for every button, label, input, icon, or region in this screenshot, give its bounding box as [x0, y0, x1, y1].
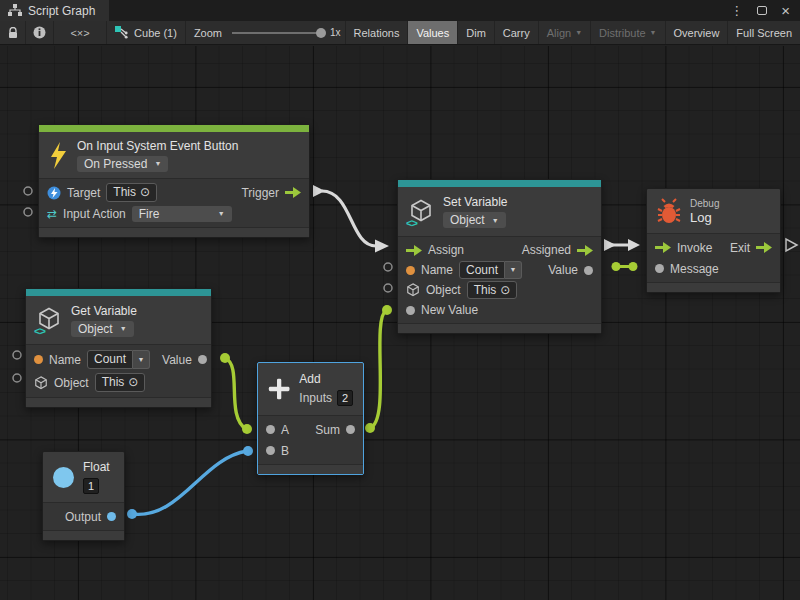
flow-arrowhead[interactable]	[604, 239, 616, 251]
wire-endpoint[interactable]	[242, 424, 252, 434]
maximize-icon[interactable]	[757, 6, 767, 15]
inputs-count-field[interactable]: 2	[337, 390, 353, 406]
tab-script-graph[interactable]: Script Graph	[0, 0, 109, 21]
node-category: Debug	[690, 198, 719, 209]
toolbar-button-relations[interactable]: Relations	[345, 21, 409, 44]
port-hollow[interactable]	[13, 374, 21, 382]
chevron-down-icon[interactable]: ▼	[505, 261, 522, 279]
event-state-dropdown[interactable]: On Pressed ▼	[77, 156, 168, 172]
variable-colorbar	[398, 180, 601, 187]
wire-endpoint[interactable]	[629, 262, 638, 271]
cube-icon	[406, 283, 420, 297]
input-action-dropdown[interactable]: Fire ▼	[132, 206, 232, 222]
port-hollow[interactable]	[384, 284, 392, 292]
flow-out-port[interactable]	[756, 242, 772, 253]
node-on-input-system-event-button[interactable]: On Input System Event Button On Pressed …	[38, 124, 310, 238]
flow-arrowhead[interactable]	[628, 239, 640, 251]
wire-float-addB[interactable]	[132, 451, 247, 514]
variable-name-dropdown[interactable]: Count ▼	[459, 261, 522, 279]
wire-endpoint[interactable]	[382, 305, 392, 315]
toolbar-button-distribute[interactable]: Distribute▼	[591, 21, 665, 44]
object-field[interactable]: This ⊙	[95, 373, 146, 391]
kebab-menu-icon[interactable]: ⋮	[730, 4, 743, 17]
graph-target-label: Cube (1)	[134, 27, 177, 39]
chevron-down-icon[interactable]: ▼	[133, 350, 150, 368]
variable-cube-icon: <>	[36, 307, 62, 333]
flow-in-port[interactable]	[655, 242, 671, 253]
port-hollow[interactable]	[24, 208, 32, 216]
graph-canvas[interactable]: On Input System Event Button On Pressed …	[0, 46, 800, 600]
node-footer	[647, 282, 780, 292]
wire-sum-newvalue[interactable]	[370, 310, 386, 428]
lock-button[interactable]	[0, 21, 26, 44]
wire-endpoint[interactable]	[243, 446, 253, 456]
object-picker-icon[interactable]: ⊙	[500, 283, 510, 297]
graph-target-icon	[115, 26, 128, 39]
variable-kind-dropdown[interactable]: Object ▼	[443, 212, 506, 228]
output-port[interactable]	[107, 512, 116, 521]
wire-endpoint[interactable]	[612, 262, 621, 271]
flow-out-port[interactable]	[577, 245, 593, 256]
toolbar-button-carry[interactable]: Carry	[495, 21, 539, 44]
variable-kind-dropdown[interactable]: Object ▼	[71, 321, 134, 337]
variable-colorbar	[26, 289, 211, 296]
name-port[interactable]	[34, 355, 43, 364]
lock-icon	[8, 27, 18, 39]
port-hollow[interactable]	[384, 263, 392, 271]
node-set-variable[interactable]: <> Set Variable Object ▼ Assign Assigned	[397, 179, 602, 334]
port-row-name: Name Count ▼ Value	[26, 348, 211, 371]
node-add[interactable]: Add Inputs 2 A Sum B	[257, 362, 364, 475]
flow-in-arrowhead[interactable]	[375, 240, 389, 253]
flow-in-port[interactable]	[406, 245, 422, 256]
node-title: Log	[690, 210, 712, 225]
zoom-slider[interactable]	[232, 32, 324, 34]
swap-arrows-icon: ⇄	[47, 208, 57, 220]
port-hollow[interactable]	[13, 351, 21, 359]
toolbar-button-align[interactable]: Align▼	[539, 21, 591, 44]
zoom-slider-handle[interactable]	[316, 28, 326, 38]
toolbar-button-dim[interactable]: Dim	[458, 21, 495, 44]
sum-port[interactable]	[346, 425, 355, 434]
flow-out-port[interactable]	[285, 187, 301, 198]
inspect-button[interactable]	[26, 21, 54, 44]
code-icon: <×>	[70, 27, 89, 39]
flow-out-arrowhead[interactable]	[313, 185, 325, 197]
node-debug-log[interactable]: Debug Log Invoke Exit Message	[646, 188, 781, 293]
value-out-port[interactable]	[198, 355, 207, 364]
node-get-variable[interactable]: <> Get Variable Object ▼ Name Count ▼ Va…	[25, 288, 212, 408]
chevron-down-icon: ▼	[120, 325, 127, 332]
new-value-port[interactable]	[406, 306, 415, 315]
title-bar: Script Graph ⋮ ×	[0, 0, 800, 21]
object-picker-icon[interactable]: ⊙	[140, 185, 150, 199]
port-hollow[interactable]	[24, 187, 32, 195]
port-row-target: Target This ⊙ Trigger	[39, 182, 309, 203]
variable-name-dropdown[interactable]: Count ▼	[87, 350, 150, 368]
chevron-down-icon: ▼	[650, 29, 657, 36]
chevron-down-icon: ▼	[154, 160, 161, 167]
wire-getvalue-addA[interactable]	[225, 358, 246, 429]
wire-endpoint[interactable]	[220, 353, 230, 363]
code-preview-button[interactable]: <×>	[54, 21, 107, 44]
wire-endpoint[interactable]	[127, 509, 137, 519]
input-action-asset-icon	[47, 186, 61, 200]
close-icon[interactable]: ×	[781, 3, 790, 18]
toolbar-button-values[interactable]: Values	[408, 21, 458, 44]
toolbar-button-overview[interactable]: Overview	[666, 21, 729, 44]
port-flow-hollow[interactable]	[786, 239, 797, 251]
target-object-field[interactable]: This ⊙	[106, 183, 157, 201]
object-picker-icon[interactable]: ⊙	[128, 375, 138, 389]
zoom-value: 1x	[330, 27, 341, 38]
name-port[interactable]	[406, 266, 415, 275]
a-port[interactable]	[266, 425, 275, 434]
wire-trigger-assign[interactable]	[322, 191, 376, 246]
float-value-field[interactable]: 1	[83, 478, 99, 494]
message-port[interactable]	[655, 264, 664, 273]
b-port[interactable]	[266, 446, 275, 455]
object-field[interactable]: This ⊙	[467, 281, 518, 299]
wire-endpoint[interactable]	[365, 423, 375, 433]
value-out-port[interactable]	[584, 266, 593, 275]
toolbar-button-fullscreen[interactable]: Full Screen	[728, 21, 800, 44]
node-float-literal[interactable]: Float 1 Output	[42, 451, 125, 541]
graph-target[interactable]: Cube (1)	[107, 21, 186, 44]
node-title: Get Variable	[71, 304, 137, 318]
